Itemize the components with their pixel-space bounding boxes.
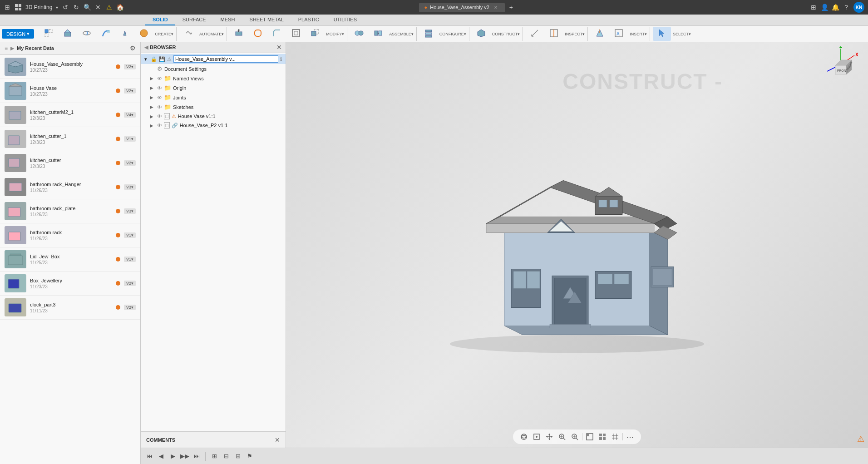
- sidebar-item[interactable]: kitchen_cutter 12/3/23 V2▾: [0, 151, 140, 175]
- fillet-button[interactable]: [249, 27, 267, 41]
- loft-button[interactable]: [116, 27, 134, 41]
- rigid-group-button[interactable]: [369, 27, 387, 41]
- sidebar-item[interactable]: Box_Jewellery 11/23/23 V2▾: [0, 271, 140, 296]
- sidebar-item[interactable]: bathroom rack_plate 11/26/23 V3▾: [0, 199, 140, 223]
- root-name-input[interactable]: [173, 55, 278, 63]
- app-switcher-button[interactable]: [15, 4, 22, 11]
- section-analysis-button[interactable]: [545, 27, 563, 41]
- measure-button[interactable]: [526, 27, 544, 41]
- sidebar-item[interactable]: clock_part3 11/11/23 V2▾: [0, 296, 140, 320]
- tab-surface[interactable]: SURFACE: [175, 15, 213, 25]
- close-button[interactable]: ✕: [94, 4, 102, 11]
- browser-item-root[interactable]: ▾ 🔒 💾 ⚠ ℹ: [141, 54, 286, 64]
- timeline-next-button[interactable]: ▶▶: [180, 451, 190, 461]
- doc-close-button[interactable]: ✕: [492, 4, 499, 11]
- account-button[interactable]: 👤: [821, 4, 828, 11]
- new-component-button[interactable]: [39, 27, 58, 41]
- press-pull-button[interactable]: [230, 27, 248, 41]
- workspace-label[interactable]: 3D Printing: [25, 4, 52, 10]
- shell-button[interactable]: [287, 27, 305, 41]
- visual-style-button[interactable]: [597, 431, 608, 442]
- browser-item-named-views[interactable]: ▶ 👁 📁 Named Views: [141, 74, 286, 83]
- joint-button[interactable]: [350, 27, 368, 41]
- browser-item-sketches[interactable]: ▶ 👁 📁 Sketches: [141, 102, 286, 112]
- inspect-dropdown[interactable]: INSPECT ▾: [564, 32, 586, 36]
- extrude-button[interactable]: [59, 27, 77, 41]
- extensions-button[interactable]: ⊞: [810, 4, 817, 11]
- timeline-start-button[interactable]: ⏮: [144, 451, 154, 461]
- browser-item-joints[interactable]: ▶ 👁 📁 Joints: [141, 93, 286, 102]
- insert-derive-button[interactable]: [591, 27, 609, 41]
- sidebar-item[interactable]: Lid_Jew_Box 11/25/23 V1▾: [0, 247, 140, 271]
- redo-button[interactable]: ↻: [73, 4, 80, 11]
- comments-expand-button[interactable]: ✕: [275, 436, 280, 444]
- orbit-button[interactable]: [518, 431, 529, 442]
- sidebar-item[interactable]: kitchen_cutter_1 12/3/23 V1▾: [0, 127, 140, 151]
- sidebar-settings-button[interactable]: ⚙: [130, 44, 136, 52]
- browser-close-button[interactable]: ✕: [276, 44, 282, 51]
- sidebar-item[interactable]: bathroom rack 11/26/23 V1▾: [0, 223, 140, 247]
- modify-dropdown[interactable]: MODIFY ▾: [325, 32, 345, 36]
- tab-solid[interactable]: SOLID: [145, 15, 175, 25]
- grid-menu-button[interactable]: ⊞: [4, 4, 11, 11]
- decal-button[interactable]: A: [610, 27, 628, 41]
- construct-dropdown[interactable]: CONSTRUCT ▾: [491, 32, 521, 36]
- select-button[interactable]: [653, 27, 671, 41]
- grid-display-button[interactable]: [610, 431, 621, 442]
- nav-cube[interactable]: X Z FRONT RIGHT: [823, 46, 859, 83]
- timeline-flag-button[interactable]: ⚑: [245, 451, 255, 461]
- sphere-button[interactable]: [135, 27, 153, 41]
- pan-button[interactable]: [544, 431, 555, 442]
- warning-button[interactable]: ⚠: [105, 4, 113, 11]
- user-avatar[interactable]: KN: [853, 2, 864, 13]
- notifications-button[interactable]: 🔔: [832, 4, 839, 11]
- viewport[interactable]: CONSTRUCT -: [286, 42, 868, 448]
- new-tab-button[interactable]: +: [508, 4, 515, 11]
- document-tab[interactable]: ● House_Vase_Assembly v2 ✕: [419, 3, 505, 12]
- browser-item-doc-settings[interactable]: ⚙ Document Settings: [141, 64, 286, 74]
- sidebar-item[interactable]: bathroom rack_Hanger 11/26/23 V3▾: [0, 175, 140, 199]
- browser-item-house-vase-p2[interactable]: ▶ 👁 □ 🔗 House_Vase_P2 v1:1: [141, 121, 286, 130]
- timeline-play-button[interactable]: ▶: [168, 451, 178, 461]
- home-button[interactable]: 🏠: [116, 4, 123, 11]
- tab-utilities[interactable]: UTILITIES: [326, 15, 364, 25]
- sidebar-item[interactable]: kitchen_cutterM2_1 12/3/23 V4▾: [0, 103, 140, 127]
- zoom-fit-button[interactable]: [557, 431, 567, 442]
- automate-button[interactable]: [179, 27, 197, 41]
- assemble-dropdown[interactable]: ASSEMBLE ▾: [388, 32, 414, 36]
- timeline-markers-button[interactable]: ⊟: [221, 451, 231, 461]
- sweep-button[interactable]: [97, 27, 115, 41]
- workspace-dropdown-arrow[interactable]: ▾: [56, 5, 58, 10]
- zoom-in-button[interactable]: [569, 431, 580, 442]
- root-info-icon[interactable]: ℹ: [280, 56, 282, 62]
- insert-dropdown[interactable]: INSERT ▾: [629, 32, 648, 36]
- configure-button[interactable]: [419, 27, 438, 41]
- sidebar-item[interactable]: House Vase 10/27/23 V2▾: [0, 79, 140, 103]
- search-button[interactable]: 🔍: [84, 4, 91, 11]
- chamfer-button[interactable]: [268, 27, 286, 41]
- revolve-button[interactable]: [78, 27, 96, 41]
- automate-dropdown[interactable]: AUTOMATE ▾: [198, 32, 225, 36]
- create-dropdown[interactable]: CREATE ▾: [154, 32, 174, 36]
- undo-button[interactable]: ↺: [62, 4, 69, 11]
- browser-collapse-button[interactable]: ◀: [144, 44, 148, 50]
- select-dropdown[interactable]: SELECT ▾: [672, 32, 692, 36]
- tab-mesh[interactable]: MESH: [213, 15, 242, 25]
- display-mode-button[interactable]: [584, 431, 595, 442]
- timeline-filter-button[interactable]: ⊞: [233, 451, 243, 461]
- move-copy-button[interactable]: [306, 27, 324, 41]
- timeline-end-button[interactable]: ⏭: [192, 451, 202, 461]
- construct-button[interactable]: [472, 27, 490, 41]
- configure-dropdown[interactable]: CONFIGURE ▾: [439, 32, 467, 36]
- timeline-prev-button[interactable]: ◀: [156, 451, 166, 461]
- more-options-button[interactable]: ⋯: [625, 431, 636, 442]
- browser-item-house-vase[interactable]: ▶ 👁 □ ⚠ House Vase v1:1: [141, 112, 286, 121]
- design-button[interactable]: DESIGN ▾: [2, 29, 34, 39]
- browser-item-origin[interactable]: ▶ 👁 📁 Origin: [141, 83, 286, 93]
- help-button[interactable]: ?: [843, 4, 850, 11]
- timeline-settings-button[interactable]: ⊞: [209, 451, 219, 461]
- tab-plastic[interactable]: PLASTIC: [291, 15, 326, 25]
- pan-capture-button[interactable]: [531, 431, 542, 442]
- tab-sheet-metal[interactable]: SHEET METAL: [242, 15, 291, 25]
- sidebar-item[interactable]: House_Vase_Assembly 10/27/23 V2▾: [0, 55, 140, 79]
